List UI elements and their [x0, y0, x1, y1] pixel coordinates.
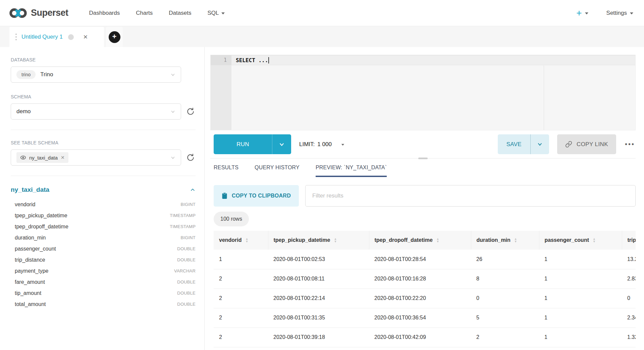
database-engine-tag: trino	[16, 70, 36, 79]
pane-resize-handle[interactable]	[418, 158, 428, 159]
schema-column-row: passenger_count DOUBLE	[11, 243, 196, 254]
save-options-button[interactable]	[530, 134, 549, 154]
database-label: DATABASE	[11, 57, 196, 62]
column-type: DOUBLE	[177, 246, 196, 251]
copy-to-clipboard-button[interactable]: COPY TO CLIPBOARD	[214, 185, 299, 207]
settings-menu[interactable]: Settings	[606, 10, 633, 16]
table-row: 2 2020-08-01T00:22:14 2020-08-01T00:22:2…	[214, 289, 636, 308]
schema-column-row: tpep_dropoff_datetime TIMESTAMP	[11, 221, 196, 232]
results-tab-bar: RESULTS QUERY HISTORY PREVIEW: `NY_TAXI_…	[210, 165, 636, 177]
table-body: 1 2020-08-01T00:02:53 2020-08-01T00:28:5…	[214, 250, 636, 347]
cell-duration-min: 8	[471, 269, 539, 289]
row-count-badge: 100 rows	[214, 212, 249, 226]
table-header-row: vendorid ▲▼ tpep_pickup_datetime ▲▼	[214, 231, 636, 250]
caret-down-icon	[630, 12, 633, 14]
column-type: DOUBLE	[177, 302, 196, 307]
column-header-label: duration_min	[477, 237, 511, 243]
cell-duration-min: 2	[471, 327, 539, 347]
sql-editor-panel: 1 SELECT ... RUN LIMIT: 1 000 SAVE	[205, 47, 644, 350]
schema-column-row: duration_min BIGINT	[11, 232, 196, 243]
column-name: vendorid	[15, 202, 35, 208]
clipboard-icon	[222, 192, 227, 199]
cell-vendorid: 2	[214, 308, 268, 327]
column-header[interactable]: passenger_count ▲▼	[539, 231, 622, 250]
cell-passenger-count: 1	[539, 269, 622, 289]
column-type: TIMESTAMP	[170, 224, 196, 229]
run-button-group: RUN	[214, 134, 291, 154]
schema-column-row: vendorid BIGINT	[11, 199, 196, 210]
column-header[interactable]: tpep_pickup_datetime ▲▼	[268, 231, 369, 250]
copy-link-label: COPY LINK	[577, 141, 608, 148]
column-type: DOUBLE	[177, 257, 196, 262]
editor-gutter: 1	[211, 55, 231, 130]
collapse-chevron-up-icon[interactable]	[190, 187, 196, 193]
nav-sql[interactable]: SQL	[199, 0, 233, 26]
refresh-schemas-button[interactable]	[185, 106, 196, 117]
cell-dropoff-datetime: 2020-08-01T00:42:09	[369, 327, 471, 347]
cell-pickup-datetime: 2020-08-01T00:39:18	[268, 327, 369, 347]
refresh-tables-button[interactable]	[185, 152, 196, 163]
column-name: fare_amount	[15, 279, 45, 285]
database-select[interactable]: trino Trino	[11, 67, 181, 83]
nav-datasets[interactable]: Datasets	[161, 0, 199, 26]
nav-dashboards[interactable]: Dashboards	[81, 0, 128, 26]
caret-down-icon	[585, 12, 588, 14]
limit-label: LIMIT:	[299, 141, 315, 148]
cell-pickup-datetime: 2020-08-01T00:31:35	[268, 308, 369, 327]
column-header-label: tpep_dropoff_datetime	[375, 237, 433, 243]
limit-dropdown[interactable]: LIMIT: 1 000	[299, 141, 344, 148]
new-item-menu[interactable]: +	[576, 8, 588, 18]
run-button[interactable]: RUN	[214, 134, 272, 154]
nav-charts[interactable]: Charts	[128, 0, 161, 26]
close-icon[interactable]: ✕	[83, 34, 88, 41]
query-tab-label: Untitled Query 1	[21, 34, 63, 40]
save-button-group: SAVE	[498, 134, 549, 154]
filter-results-input[interactable]	[305, 185, 636, 207]
cell-trip-distance: 1.32	[622, 327, 636, 347]
divider	[11, 176, 196, 176]
column-name: duration_min	[15, 235, 46, 241]
divider	[11, 130, 196, 130]
tab-results[interactable]: RESULTS	[214, 165, 238, 177]
remove-table-icon[interactable]: ✕	[61, 155, 65, 160]
column-name: trip_distance	[15, 257, 45, 263]
line-number: 1	[211, 55, 231, 65]
table-tag: ny_taxi_data ✕	[16, 152, 68, 163]
print-margin-line	[544, 65, 544, 130]
run-options-button[interactable]	[272, 134, 291, 154]
copy-to-clipboard-label: COPY TO CLIPBOARD	[232, 193, 291, 199]
more-options-button[interactable]: •••	[624, 138, 636, 150]
see-table-schema-label: SEE TABLE SCHEMA	[11, 140, 196, 145]
schema-value: demo	[16, 108, 31, 115]
save-button[interactable]: SAVE	[498, 134, 530, 154]
column-header[interactable]: duration_min ▲▼	[471, 231, 539, 250]
schema-select[interactable]: demo	[11, 103, 181, 120]
chevron-down-icon	[170, 109, 175, 114]
column-name: payment_type	[15, 268, 49, 274]
superset-logo[interactable]: Superset	[9, 7, 68, 19]
query-tab-untitled[interactable]: Untitled Query 1 ✕	[9, 27, 104, 47]
column-header[interactable]: trip_distance ▲▼	[622, 231, 636, 250]
table-schema-select[interactable]: ny_taxi_data ✕	[11, 149, 181, 166]
column-type: BIGINT	[180, 235, 196, 240]
column-type: BIGINT	[180, 202, 196, 207]
copy-link-button[interactable]: COPY LINK	[557, 134, 616, 154]
editor-code-area[interactable]: SELECT ...	[231, 55, 635, 130]
add-query-tab[interactable]: +	[106, 27, 123, 47]
column-name: tpep_dropoff_datetime	[15, 224, 68, 230]
drag-handle-icon[interactable]	[15, 34, 17, 40]
column-header[interactable]: vendorid ▲▼	[214, 231, 268, 250]
cell-vendorid: 2	[214, 327, 268, 347]
tab-query-history[interactable]: QUERY HISTORY	[255, 165, 300, 177]
sort-icon: ▲▼	[514, 237, 517, 243]
sql-code-editor[interactable]: 1 SELECT ...	[210, 55, 636, 130]
brand-name: Superset	[31, 8, 68, 18]
column-type: DOUBLE	[177, 279, 196, 285]
tab-preview-ny-taxi-data[interactable]: PREVIEW: `NY_TAXI_DATA`	[316, 165, 387, 177]
schema-column-row: payment_type VARCHAR	[11, 265, 196, 276]
column-header[interactable]: tpep_dropoff_datetime ▲▼	[369, 231, 471, 250]
schema-column-row: fare_amount DOUBLE	[11, 276, 196, 288]
sort-icon: ▲▼	[593, 237, 596, 243]
eye-icon[interactable]	[20, 155, 26, 161]
text-cursor	[268, 57, 269, 63]
